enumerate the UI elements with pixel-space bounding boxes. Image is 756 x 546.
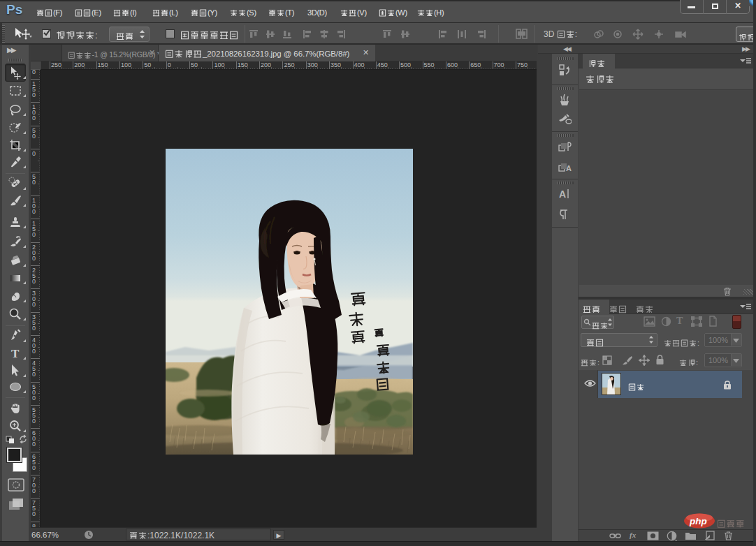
svg-text:php: php (689, 516, 707, 526)
svg-text:A: A (566, 164, 572, 172)
svg-text:T: T (11, 347, 20, 360)
svg-text:A: A (559, 189, 566, 200)
